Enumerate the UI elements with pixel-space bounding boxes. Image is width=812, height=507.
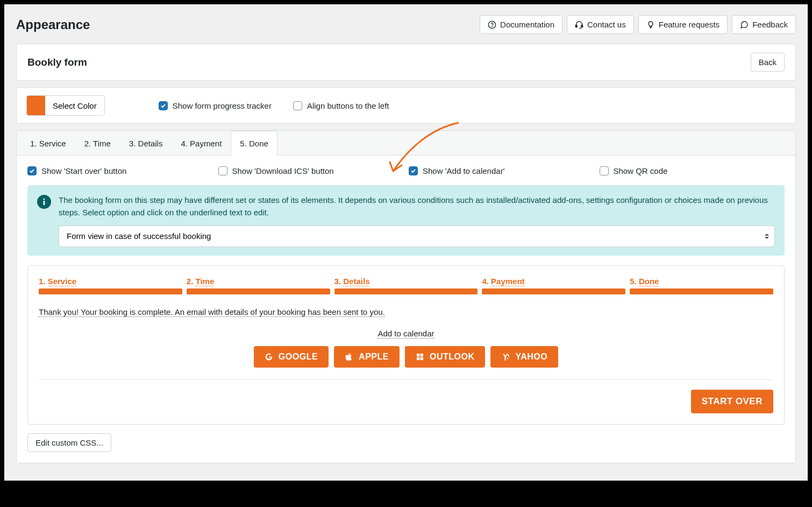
show-qr-checkbox[interactable]: Show QR code xyxy=(600,166,785,175)
contact-button[interactable]: Contact us xyxy=(567,15,634,34)
calendar-buttons: GOOGLE APPLE OUTLOOK YAHOO xyxy=(39,346,773,368)
yahoo-calendar-button[interactable]: YAHOO xyxy=(490,346,558,368)
svg-rect-3 xyxy=(581,25,583,27)
page-title: Appearance xyxy=(16,17,90,32)
checkbox-icon xyxy=(27,166,37,175)
show-download-ics-checkbox[interactable]: Show 'Download ICS' button xyxy=(218,166,404,175)
progress-step[interactable]: 5. Done xyxy=(630,277,773,294)
google-label: GOOGLE xyxy=(279,352,318,362)
show-qr-label: Show QR code xyxy=(614,166,668,175)
tab-done[interactable]: 5. Done xyxy=(231,131,277,156)
feature-requests-button[interactable]: Feature requests xyxy=(638,15,728,34)
show-add-to-calendar-checkbox[interactable]: Show 'Add to calendar' xyxy=(409,166,594,175)
tab-details[interactable]: 3. Details xyxy=(120,131,172,156)
feature-requests-label: Feature requests xyxy=(659,20,720,29)
align-left-checkbox[interactable]: Align buttons to the left xyxy=(293,101,389,110)
svg-point-4 xyxy=(43,198,45,200)
form-step-tabs: 1. Service 2. Time 3. Details 4. Payment… xyxy=(17,131,795,156)
progress-step[interactable]: 1. Service xyxy=(39,277,182,294)
tab-payment[interactable]: 4. Payment xyxy=(172,131,231,156)
yahoo-icon xyxy=(501,353,510,361)
help-circle-icon xyxy=(488,20,496,29)
info-box: The booking form on this step may have d… xyxy=(27,185,785,256)
checkbox-icon xyxy=(159,101,168,110)
align-left-label: Align buttons to the left xyxy=(307,101,389,110)
thank-you-text[interactable]: Thank you! Your booking is complete. An … xyxy=(39,307,385,317)
start-over-button[interactable]: START OVER xyxy=(691,390,773,413)
progress-tracker: 1. Service 2. Time 3. Details 4. Payment xyxy=(39,277,773,294)
svg-rect-8 xyxy=(417,357,419,360)
checkbox-icon xyxy=(293,101,302,110)
color-select-label: Select Color xyxy=(45,96,104,115)
feedback-button[interactable]: Feedback xyxy=(732,15,796,34)
apple-icon xyxy=(345,353,353,361)
svg-rect-9 xyxy=(421,357,423,360)
select-arrows-icon xyxy=(765,234,769,239)
checkbox-icon xyxy=(409,166,418,175)
svg-point-1 xyxy=(492,26,493,27)
tab-service[interactable]: 1. Service xyxy=(21,131,75,156)
svg-rect-6 xyxy=(417,354,419,356)
info-text: The booking form on this step may have d… xyxy=(59,194,775,219)
form-view-select[interactable]: Form view in case of successful booking xyxy=(59,226,775,247)
info-icon xyxy=(37,195,51,209)
svg-rect-7 xyxy=(421,354,423,356)
color-swatch xyxy=(27,96,45,115)
checkbox-icon xyxy=(218,166,227,175)
header-button-group: Documentation Contact us Feature request… xyxy=(480,15,796,34)
color-select[interactable]: Select Color xyxy=(26,95,105,116)
contact-label: Contact us xyxy=(587,20,626,29)
progress-step[interactable]: 4. Payment xyxy=(482,277,625,294)
tab-time[interactable]: 2. Time xyxy=(75,131,120,156)
outlook-label: OUTLOOK xyxy=(430,352,475,362)
edit-css-button[interactable]: Edit custom CSS... xyxy=(27,433,111,452)
checkbox-icon xyxy=(600,166,609,175)
progress-step[interactable]: 3. Details xyxy=(334,277,478,294)
form-view-select-value: Form view in case of successful booking xyxy=(67,231,211,241)
form-preview: 1. Service 2. Time 3. Details 4. Payment xyxy=(27,265,785,425)
lightbulb-icon xyxy=(646,20,655,29)
divider xyxy=(39,379,773,380)
yahoo-label: YAHOO xyxy=(515,352,547,362)
show-add-to-calendar-label: Show 'Add to calendar' xyxy=(423,166,505,175)
chat-icon xyxy=(740,20,749,29)
svg-rect-5 xyxy=(43,201,45,205)
apple-calendar-button[interactable]: APPLE xyxy=(334,346,400,368)
documentation-label: Documentation xyxy=(500,20,554,29)
show-start-over-label: Show 'Start over' button xyxy=(41,166,126,175)
documentation-button[interactable]: Documentation xyxy=(480,15,562,34)
progress-step[interactable]: 2. Time xyxy=(187,277,330,294)
outlook-calendar-button[interactable]: OUTLOOK xyxy=(405,346,486,368)
apple-label: APPLE xyxy=(359,352,389,362)
feedback-label: Feedback xyxy=(752,20,788,29)
back-button[interactable]: Back xyxy=(751,53,785,72)
headset-icon xyxy=(575,20,583,29)
svg-rect-2 xyxy=(575,25,577,27)
google-calendar-button[interactable]: GOOGLE xyxy=(254,346,329,368)
panel-title: Bookly form xyxy=(27,57,87,68)
add-to-calendar-title[interactable]: Add to calendar xyxy=(377,329,434,339)
windows-icon xyxy=(416,353,424,361)
show-download-ics-label: Show 'Download ICS' button xyxy=(232,166,334,175)
show-progress-label: Show form progress tracker xyxy=(173,101,272,110)
google-icon xyxy=(265,353,273,361)
show-start-over-checkbox[interactable]: Show 'Start over' button xyxy=(27,166,213,175)
show-progress-checkbox[interactable]: Show form progress tracker xyxy=(159,101,272,110)
